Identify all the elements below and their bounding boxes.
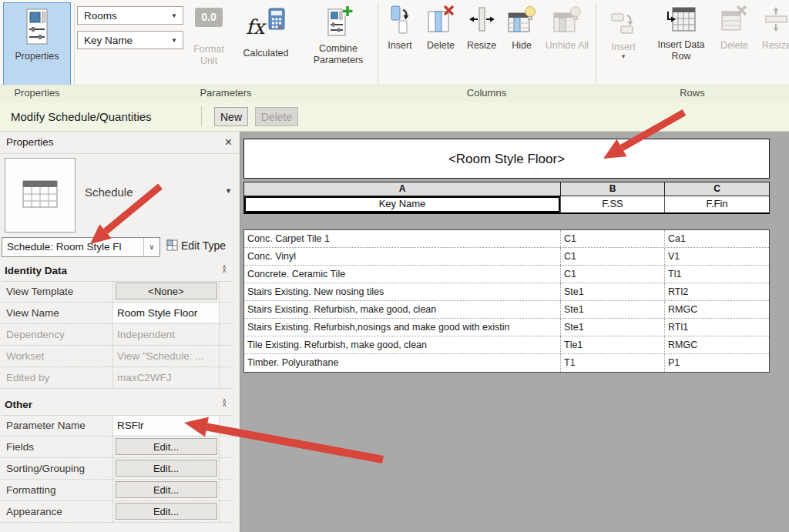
combobox-chevron-icon[interactable]: ∨: [143, 238, 159, 256]
cell-fss[interactable]: C1: [560, 248, 664, 265]
combine-parameters-button[interactable]: Combine Parameters: [302, 2, 374, 66]
appearance-edit-button[interactable]: Edit...: [116, 503, 217, 520]
cell-fss[interactable]: C1: [560, 266, 664, 283]
collapse-icon[interactable]: ∧∧: [222, 265, 227, 273]
column-letter-b[interactable]: B: [560, 182, 664, 196]
cell-fss[interactable]: C1: [560, 230, 664, 247]
new-button[interactable]: New: [214, 107, 248, 126]
column-hide-label: Hide: [502, 40, 542, 52]
cell-key-name[interactable]: Tile Existing. Refurbish, make good, cle…: [244, 336, 560, 353]
row-delete-label: Delete: [715, 40, 754, 52]
edit-type-button[interactable]: Edit Type: [166, 239, 226, 252]
section-header-other[interactable]: Other ∧∧: [2, 395, 233, 416]
cell-key-name[interactable]: Stairs Existing. Refurbish,nosings and m…: [244, 319, 560, 336]
close-icon[interactable]: ×: [225, 132, 232, 152]
format-unit-button: 0.0 Format Unit: [186, 2, 231, 67]
combine-parameters-label: Combine Parameters: [302, 43, 374, 66]
schedule-type-icon: [22, 180, 58, 209]
cell-key-name[interactable]: Stairs Existing. New nosing tiles: [244, 283, 560, 300]
cell-fss[interactable]: Ste1: [560, 319, 664, 336]
combine-parameters-icon: [324, 5, 353, 38]
table-row: Timber. Polyurathane T1 P1: [244, 354, 769, 372]
grid-end-column: [219, 437, 233, 457]
view-name-field[interactable]: Room Style Floor: [113, 303, 219, 323]
column-resize-button[interactable]: Resize: [462, 2, 501, 52]
cell-fss[interactable]: Tle1: [560, 336, 664, 353]
insert-data-row-button[interactable]: Insert Data Row: [650, 2, 712, 62]
ribbon: Properties Rooms ▼ Key Name ▼ 0.0 Format…: [0, 0, 789, 85]
column-letter-a[interactable]: A: [244, 182, 560, 196]
chevron-down-icon: ▼: [171, 32, 177, 49]
cell-ffin[interactable]: RTl1: [664, 319, 769, 336]
cell-fss[interactable]: Ste1: [560, 283, 664, 300]
cell-key-name[interactable]: Stairs Existing. Refurbish, make good, c…: [244, 301, 560, 318]
cell-ffin[interactable]: Ca1: [664, 230, 769, 247]
delete-button: Delete: [255, 107, 298, 126]
cell-key-name[interactable]: Conc. Vinyl: [244, 248, 560, 265]
palette-header: Properties ×: [0, 132, 240, 154]
column-unhide-all-button: Unhide All: [542, 2, 592, 52]
section-title: Other: [5, 395, 32, 414]
chevron-down-icon[interactable]: ▼: [225, 187, 232, 195]
property-label: Formatting: [6, 480, 56, 500]
calculator-icon: [267, 8, 286, 31]
formatting-edit-button[interactable]: Edit...: [116, 481, 217, 498]
property-row-view-name: View Name Room Style Floor: [2, 303, 233, 324]
cell-ffin[interactable]: V1: [664, 248, 769, 265]
dependency-value: Independent: [113, 325, 219, 344]
cell-ffin[interactable]: RMGC: [664, 301, 769, 318]
row-delete-icon: [720, 5, 749, 35]
column-letter-header: A B C: [243, 182, 770, 196]
insert-data-row-label: Insert Data Row: [650, 39, 712, 62]
fields-edit-button[interactable]: Edit...: [116, 438, 217, 455]
mode-label: Modify Schedule/Quantities: [11, 102, 152, 131]
row-resize-button: Resize: [755, 2, 789, 52]
cell-key-name[interactable]: Timber. Polyurathane: [244, 354, 560, 372]
property-row-dependency: Dependency Independent: [2, 324, 233, 346]
view-template-button[interactable]: <None>: [116, 283, 217, 299]
cell-ffin[interactable]: P1: [664, 354, 769, 372]
column-insert-button[interactable]: Insert: [381, 2, 419, 52]
column-hide-button[interactable]: Hide: [502, 2, 542, 52]
field-header-fss[interactable]: F.SS: [560, 196, 664, 212]
type-preview[interactable]: [5, 158, 76, 233]
cell-fss[interactable]: Ste1: [560, 301, 664, 318]
chevron-down-icon: ▼: [171, 7, 177, 25]
field-combo[interactable]: Key Name ▼: [77, 31, 183, 49]
workset-value: View "Schedule: ...: [113, 346, 219, 366]
section-header-identity-data[interactable]: Identity Data ∧∧: [2, 261, 233, 282]
column-letter-c[interactable]: C: [664, 182, 769, 196]
row-insert-button: Insert ▾: [601, 2, 646, 60]
column-resize-label: Resize: [462, 40, 501, 52]
collapse-icon[interactable]: ∧∧: [222, 399, 227, 407]
cell-fss[interactable]: T1: [560, 354, 664, 372]
grid-end-column: [219, 501, 233, 522]
properties-button[interactable]: Properties: [3, 2, 71, 86]
option-bar: Modify Schedule/Quantities New Delete: [0, 102, 789, 132]
properties-icon: [22, 8, 52, 46]
field-header-key-name[interactable]: Key Name: [244, 196, 560, 212]
calculated-button[interactable]: fx Calculated: [231, 2, 300, 59]
cell-ffin[interactable]: RTl2: [664, 283, 769, 300]
sorting-grouping-edit-button[interactable]: Edit...: [116, 460, 217, 477]
panel-caption-columns: Columns: [378, 87, 596, 99]
cell-ffin[interactable]: Tl1: [664, 266, 769, 283]
type-selector-combobox[interactable]: Schedule: Room Style Fl ∨: [2, 237, 160, 257]
column-delete-button[interactable]: Delete: [420, 2, 462, 52]
property-label: Edited by: [6, 367, 49, 388]
property-row-parameter-name: Parameter Name RSFlr: [2, 415, 233, 437]
cell-key-name[interactable]: Concrete. Ceramic Tile: [244, 266, 560, 283]
category-combo[interactable]: Rooms ▼: [77, 6, 183, 25]
calculated-label: Calculated: [231, 48, 300, 59]
cell-key-name[interactable]: Conc. Carpet Tile 1: [244, 230, 560, 247]
type-selector-value: Schedule: Room Style Fl: [7, 238, 136, 256]
field-header-ffin[interactable]: F.Fin: [664, 196, 769, 212]
cell-ffin[interactable]: RMGC: [664, 336, 769, 353]
property-row-edited-by: Edited by maxC2WFJ: [2, 367, 233, 389]
table-row: Stairs Existing. New nosing tiles Ste1 R…: [244, 283, 769, 301]
grid-end-column: [219, 480, 233, 500]
parameter-name-field[interactable]: RSFlr: [113, 416, 219, 435]
property-label: Parameter Name: [6, 415, 86, 436]
schedule-title[interactable]: <Room Style Floor>: [243, 139, 770, 179]
table-row: Conc. Vinyl C1 V1: [244, 248, 769, 266]
